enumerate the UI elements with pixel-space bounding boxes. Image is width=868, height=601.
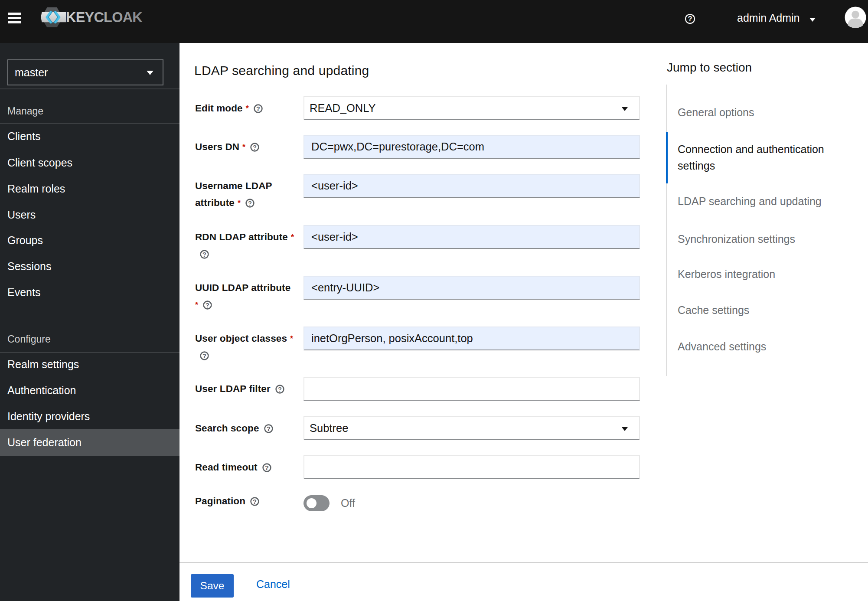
svg-text:?: ? bbox=[248, 199, 252, 206]
svg-text:?: ? bbox=[202, 251, 206, 258]
svg-text:?: ? bbox=[253, 498, 257, 505]
svg-text:?: ? bbox=[253, 144, 257, 150]
svg-text:?: ? bbox=[206, 301, 209, 308]
svg-text:?: ? bbox=[202, 352, 206, 359]
svg-text:KEYCLOAK: KEYCLOAK bbox=[66, 10, 143, 25]
svg-text:?: ? bbox=[267, 425, 271, 432]
svg-text:?: ? bbox=[256, 105, 260, 112]
svg-text:?: ? bbox=[688, 15, 692, 23]
svg-text:?: ? bbox=[265, 464, 269, 471]
svg-text:?: ? bbox=[278, 385, 282, 392]
